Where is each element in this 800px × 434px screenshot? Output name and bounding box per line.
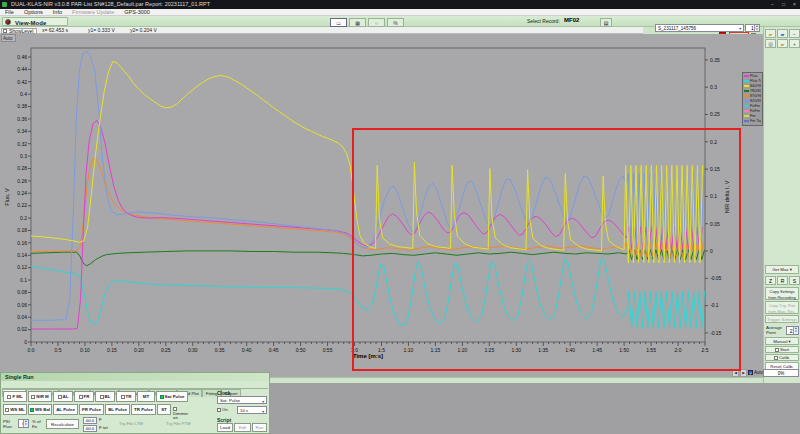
single-run-title[interactable]: Single Run — [1, 373, 269, 381]
record-mode-icon — [5, 19, 11, 25]
recalculate-button[interactable]: Recalculate — [46, 419, 79, 429]
cursor-y1-readout: y1= 0.333 V — [88, 27, 115, 34]
svg-text:0.36: 0.36 — [17, 116, 27, 122]
dimmer-on-checkbox[interactable]: Dimmer on — [173, 407, 188, 421]
open-record-icon[interactable]: ▰ — [765, 29, 776, 38]
menu-item-file[interactable]: File — [0, 9, 19, 16]
script-edit-button[interactable]: Edit — [234, 423, 251, 432]
script-run-button[interactable]: Run — [252, 423, 267, 432]
clock-interval-dropdown[interactable]: 10 s▼ — [237, 406, 267, 414]
button-bl[interactable]: BL — [95, 391, 115, 402]
legend-swatch — [744, 100, 749, 102]
zrs-button-r[interactable]: R — [777, 276, 788, 285]
view-mode-label: View-Mode — [15, 19, 46, 27]
average-point-spinner[interactable]: 21 ▲▼ — [786, 326, 799, 335]
close-button[interactable]: × — [789, 0, 800, 9]
button-sat-pulse[interactable]: Sat Pulse — [156, 391, 188, 402]
button-nir-m[interactable]: NIR M — [28, 391, 52, 402]
svg-text:0.1: 0.1 — [20, 277, 27, 283]
view-mode-button[interactable]: View-Mode — [2, 17, 68, 26]
calib-checkbox[interactable]: Calib. — [765, 354, 799, 361]
checkbox-icon — [100, 395, 104, 399]
select-record-label: Select Record: — [527, 18, 560, 24]
svg-text:0:0: 0:0 — [28, 347, 35, 353]
button-label: WS ML — [10, 407, 25, 412]
record-list-button[interactable]: ▤ — [600, 18, 612, 27]
report-icon[interactable]: ▥ — [765, 39, 776, 48]
file-index-spinner[interactable]: 1 ▲▼ — [745, 24, 760, 32]
svg-text:0.25: 0.25 — [710, 111, 720, 117]
zrs-button-s[interactable]: S — [789, 276, 800, 285]
add-record-icon[interactable]: + — [789, 39, 800, 48]
menu-item-info[interactable]: Info — [48, 9, 67, 16]
svg-text:0.34: 0.34 — [17, 128, 27, 134]
button-ws-bal[interactable]: WS Bal — [28, 404, 52, 415]
record-view-icon[interactable]: ○ — [368, 18, 385, 27]
auto-advance-checkbox[interactable]: ✓Auto — [748, 369, 763, 377]
manual-mode-dropdown[interactable]: Manual ▾ — [765, 337, 799, 345]
checkbox-icon — [58, 395, 62, 399]
checkbox-icon — [775, 348, 779, 352]
y-axis-left-title: Fluo, V — [4, 188, 10, 206]
spinner-arrows-icon[interactable]: ▲▼ — [754, 25, 759, 31]
legend-swatch — [744, 110, 749, 112]
menu-item-firmware-update[interactable]: Firmware Update — [67, 9, 119, 16]
svg-text:0.35: 0.35 — [710, 57, 720, 63]
menu-item-options[interactable]: Options — [19, 9, 48, 16]
button-ws-ml[interactable]: WS ML — [3, 404, 27, 415]
clock-on-checkbox[interactable]: On — [217, 408, 228, 413]
svg-text:0.22: 0.22 — [17, 202, 27, 208]
zrs-button-z[interactable]: Z — [765, 276, 776, 285]
spinner-arrows-icon[interactable]: ▲▼ — [793, 327, 798, 334]
table-view-icon[interactable]: ▦ — [349, 18, 366, 27]
button-f-ml[interactable]: F ML — [3, 391, 27, 402]
title-bar: DUAL-KLAS-NIR v3.0.8 PAR-List SN#128_Def… — [0, 0, 800, 9]
legend-label: 780/820 — [750, 89, 761, 93]
ftot-value-field: 00.0 — [83, 425, 97, 432]
button-label: BL Pulse — [108, 407, 127, 412]
psi-fluo-spinner[interactable]: 0▲▼ — [18, 419, 29, 428]
button-label: AL Pulse — [56, 407, 75, 412]
button-mt[interactable]: MT — [137, 391, 155, 402]
svg-text:0.08: 0.08 — [17, 289, 27, 295]
remove-record-icon[interactable]: − — [789, 29, 800, 38]
file-select-dropdown[interactable]: S_231117_145756 ▼ — [655, 24, 744, 32]
script-load-button[interactable]: Load — [217, 423, 233, 432]
button-al-pulse[interactable]: AL Pulse — [53, 404, 78, 415]
button-tr[interactable]: TR — [116, 391, 136, 402]
chart-view-icon[interactable]: ▭ — [330, 18, 347, 27]
trg-file-ltm-label: Trg File LTM — [119, 422, 143, 427]
svg-text:0.12: 0.12 — [17, 264, 27, 270]
spinner-arrows-icon[interactable]: ▲▼ — [23, 420, 28, 427]
select-record-value[interactable]: MF02 — [564, 17, 579, 23]
menu-item-gps-3000[interactable]: GPS-3000 — [119, 9, 155, 16]
percent-view-icon[interactable]: % — [387, 18, 404, 27]
trigger-settings-button[interactable]: Trigger Settings — [765, 315, 799, 323]
svg-text:0:10: 0:10 — [80, 347, 90, 353]
export-record-icon[interactable]: ▰ — [777, 39, 788, 48]
next-record-button[interactable]: ▶ — [740, 369, 747, 377]
start-checkbox[interactable]: Start — [765, 346, 799, 353]
button-label: WS Bal — [35, 407, 50, 412]
get-max-button[interactable]: Get Max ▾ — [765, 265, 799, 274]
show-level-toggle[interactable]: ShowLevel — [1, 28, 37, 34]
clock-mode-dropdown[interactable]: Sat. Pulse▼ — [217, 396, 267, 404]
f-value-field: 00.0 — [83, 417, 97, 424]
button-label: AL — [63, 394, 69, 399]
button-tr-pulse[interactable]: TR Pulse — [131, 404, 156, 415]
chevron-down-icon: ▼ — [262, 409, 265, 416]
copy-trig-run-button[interactable]: Copy Trig. Run from Man. Rec. — [765, 301, 799, 314]
button-fr-pulse[interactable]: FR Pulse — [79, 404, 104, 415]
button-st[interactable]: ST — [157, 404, 171, 415]
button-al[interactable]: AL — [53, 391, 73, 402]
button-bl-pulse[interactable]: BL Pulse — [105, 404, 130, 415]
button-fr[interactable]: FR — [74, 391, 94, 402]
legend-label: Fm — [750, 114, 755, 118]
show-level-checkbox[interactable] — [3, 29, 7, 33]
copy-settings-button[interactable]: Copy Settings from Recording — [765, 287, 799, 300]
legend-label: 840/965 — [750, 84, 761, 88]
minimize-button[interactable]: – — [767, 0, 778, 9]
svg-text:0.26: 0.26 — [17, 178, 27, 184]
save-record-icon[interactable]: ▰ — [777, 29, 788, 38]
maximize-button[interactable]: □ — [778, 0, 789, 9]
